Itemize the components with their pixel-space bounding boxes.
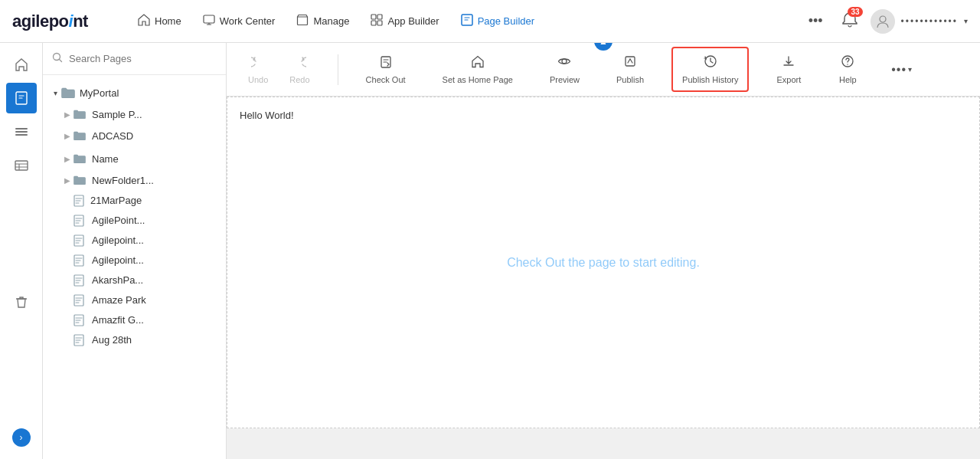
toolbar-more-chevron: ▾ [908,65,912,74]
svg-point-26 [848,64,848,64]
tree-item-myportal[interactable]: ▾ MyPortal ••• [43,81,226,104]
sidebar-icon-list[interactable] [6,116,37,147]
publish-history-btn[interactable]: Publish History [671,47,749,92]
user-area[interactable]: •••••••••••• ▾ [871,9,968,34]
publish-history-label: Publish History [682,75,738,84]
toolbar-divider-1 [338,54,338,85]
top-nav: agilepoint Home Work Center Manage Ap [0,0,980,43]
checkout-label: Check Out [366,75,406,84]
canvas-page: Hello World! Check Out the page to start… [227,97,980,428]
tree-chevron-newfolder: ▶ [61,174,74,186]
canvas-checkout-message: Check Out the page to start editing. [507,256,700,270]
svg-point-6 [880,16,886,22]
appbuilder-icon [371,14,383,29]
preview-btn[interactable]: Preview [541,48,589,90]
help-label: Help [839,75,857,84]
export-btn[interactable]: Export [767,48,810,90]
sidebar-icon-pages[interactable] [6,83,37,113]
svg-rect-23 [626,57,635,66]
user-avatar [871,9,895,34]
nav-item-manage[interactable]: Manage [287,9,358,34]
svg-rect-3 [371,21,376,25]
tree-akarshpa-label: AkarshPa... [92,274,220,286]
preview-label: Preview [550,75,580,84]
tree-chevron-name: ▶ [61,152,74,165]
page-icon-agilepoint3 [74,254,87,265]
tree-item-agilepoint3[interactable]: Agilepoint... [43,250,226,270]
sidebar-icon-trash[interactable] [6,287,37,317]
notification-btn[interactable]: 33 [841,11,858,31]
tree-item-akarshpa[interactable]: AkarshPa... [43,270,226,290]
nav-pagebuilder-label: Page Builder [478,15,534,27]
tree-amazfit-label: Amazfit G... [92,314,220,326]
tree-item-aug28th[interactable]: Aug 28th [43,329,226,349]
tree-item-agilepoint2[interactable]: Agilepoint... [43,230,226,250]
export-label: Export [776,75,801,84]
page-tree: ▾ MyPortal ••• ▶ Sample P... ▶ [43,75,226,459]
canvas-bottom [227,428,980,459]
expand-sidebar-btn[interactable]: › [12,428,31,447]
redo-btn[interactable]: Redo [280,48,318,90]
tree-item-amazepark[interactable]: Amaze Park [43,290,226,310]
page-sidebar: ▾ MyPortal ••• ▶ Sample P... ▶ [43,43,227,459]
nav-item-workcenter[interactable]: Work Center [194,9,285,34]
tree-amazepark-label: Amaze Park [92,294,220,306]
nav-manage-label: Manage [313,15,349,27]
toolbar-more-icon: ••• [891,63,906,77]
nav-item-pagebuilder[interactable]: Page Builder [452,9,544,34]
page-icon-agilepoint1 [74,215,87,225]
tree-item-sample[interactable]: ▶ Sample P... [43,104,226,124]
sidebar-icon-home[interactable] [6,49,37,80]
tree-agilepoint3-label: Agilepoint... [92,254,220,266]
icon-sidebar: › [0,43,43,459]
svg-rect-1 [371,15,376,19]
user-name: •••••••••••• [901,16,958,27]
search-icon [52,52,63,65]
folder-icon-sample [74,109,87,120]
tree-adcasd-label: ADCASD [92,130,202,142]
toolbar: ▲ Undo Redo [227,43,980,97]
nav-right: ••• 33 •••••••••••• ▾ [802,9,968,34]
tree-folder-icon [61,87,75,98]
tree-item-agilepoint1[interactable]: AgilePoint... [43,210,226,230]
nav-item-home[interactable]: Home [129,9,191,34]
tree-item-name[interactable]: ▶ Name ••• [43,147,226,170]
tree-item-newfolder[interactable]: ▶ NewFolder1... [43,170,226,190]
sidebar-icon-list2[interactable] [6,150,37,181]
manage-icon [296,14,309,29]
content-area: ▲ Undo Redo [227,43,980,459]
checkout-btn[interactable]: Check Out [357,48,415,90]
nav-item-appbuilder[interactable]: App Builder [361,9,448,34]
logo-text: agilepoint [12,11,88,31]
redo-label: Redo [289,75,309,84]
svg-rect-2 [377,15,382,19]
tree-sample-label: Sample P... [92,109,220,120]
nav-home-label: Home [155,15,181,27]
undo-btn[interactable]: Undo [239,48,277,90]
nav-more-btn[interactable]: ••• [802,10,829,32]
publish-icon [623,54,637,72]
set-homepage-btn[interactable]: Set as Home Page [433,48,522,90]
canvas-area: Hello World! Check Out the page to start… [227,97,980,459]
tree-chevron-sample: ▶ [61,108,74,120]
page-icon-21marpage [74,195,87,205]
publish-btn[interactable]: Publish [607,48,653,90]
set-homepage-icon [471,54,485,72]
logo: agilepoint [12,11,104,31]
page-icon-akarshpa [74,274,87,285]
nav-workcenter-label: Work Center [220,15,276,27]
tree-item-amazfit[interactable]: Amazfit G... [43,310,226,329]
undo-label: Undo [248,75,268,84]
folder-icon-name [74,153,87,164]
tree-newfolder-label: NewFolder1... [92,175,220,186]
pagebuilder-icon [461,14,473,29]
toolbar-more-btn[interactable]: ••• ▾ [885,57,918,83]
tree-item-adcasd[interactable]: ▶ ADCASD ••• [43,124,226,147]
publish-history-icon [704,54,717,72]
tree-item-21marpage[interactable]: 21MarPage [43,190,226,210]
page-icon-amazepark [74,294,87,305]
svg-rect-4 [377,21,382,25]
undo-icon [251,54,265,72]
search-pages-input[interactable] [69,53,217,64]
help-btn[interactable]: Help [828,48,867,90]
